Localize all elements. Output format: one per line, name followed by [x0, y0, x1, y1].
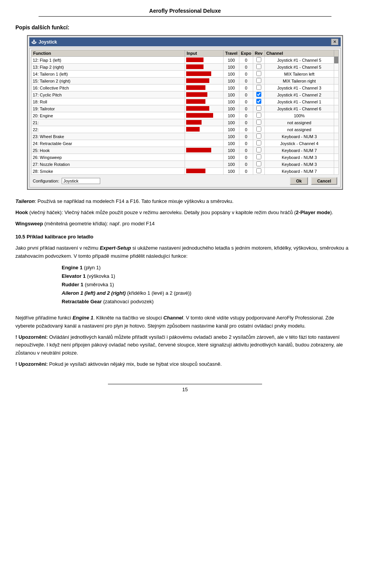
channel-cell[interactable]: MIX Taileron left — [265, 71, 334, 78]
rev-cell[interactable] — [253, 71, 265, 78]
rev-cell[interactable] — [253, 161, 265, 168]
dialog-close-button[interactable]: ✕ — [331, 39, 338, 45]
rev-cell[interactable] — [253, 133, 265, 140]
rev-checkbox[interactable] — [256, 106, 261, 111]
scrollbar-cell — [334, 154, 339, 161]
expo-cell: 0 — [239, 98, 253, 105]
table-row: 13: Flap 2 (right)1000Joystick #1 - Chan… — [32, 64, 339, 71]
input-bar-cell — [185, 98, 224, 105]
rev-cell[interactable] — [253, 98, 265, 105]
rev-checkbox[interactable] — [256, 85, 261, 90]
channel-cell[interactable]: 100% — [265, 112, 334, 119]
rev-checkbox[interactable] — [256, 168, 261, 173]
function-cell: 26: Wingsweep — [32, 154, 185, 161]
rev-cell[interactable] — [253, 57, 265, 64]
config-input[interactable] — [62, 178, 100, 184]
config-label: Configuration: — [33, 179, 59, 183]
channel-cell[interactable]: Joystick #1 - Channel 5 — [265, 64, 334, 71]
rev-cell[interactable] — [253, 154, 265, 161]
rev-checkbox[interactable] — [256, 71, 261, 76]
travel-cell: 100 — [224, 71, 239, 78]
rev-cell[interactable] — [253, 91, 265, 98]
channel-cell[interactable]: Joystick #1 - Channel 2 — [265, 91, 334, 98]
function-list: Engine 1 (plyn 1) Elevator 1 (výškovka 1… — [62, 264, 355, 306]
scrollbar-cell — [334, 161, 339, 168]
input-bar — [186, 148, 211, 152]
rev-cell[interactable] — [253, 64, 265, 71]
rev-cell[interactable] — [253, 126, 265, 133]
channel-cell[interactable]: Joystick #1 - Channel 6 — [265, 105, 334, 112]
function-cell: 20: Engine — [32, 112, 185, 119]
input-bar-cell — [185, 57, 224, 64]
function-cell: 16: Collective Pitch — [32, 84, 185, 91]
list-item-gear: Retractable Gear (zatahovací podvozek) — [62, 297, 355, 306]
para-warning1: ! Upozornění: Ovládání jednotlivých kaná… — [15, 333, 355, 357]
table-row: 19: Tailrotor1000Joystick #1 - Channel 6 — [32, 105, 339, 112]
rev-checkbox[interactable] — [256, 147, 261, 152]
rev-cell[interactable] — [253, 112, 265, 119]
rev-checkbox[interactable] — [256, 133, 261, 139]
scrollbar-cell — [334, 98, 339, 105]
function-cell: 21: — [32, 119, 185, 126]
rev-cell[interactable] — [253, 105, 265, 112]
dialog-body: Function Input Travel Expo Rev Channel 1… — [29, 48, 341, 188]
cancel-button[interactable]: Cancel — [311, 177, 337, 185]
rev-checkbox[interactable] — [256, 57, 261, 62]
table-row: 28: Smoke1000Keyboard - NUM 7 — [32, 168, 339, 175]
travel-cell: 100 — [224, 112, 239, 119]
channel-cell[interactable]: Joystick #1 - Channel 3 — [265, 84, 334, 91]
channel-cell[interactable]: not assigned — [265, 126, 334, 133]
rev-checkbox[interactable] — [256, 64, 261, 69]
rev-cell[interactable] — [253, 147, 265, 154]
channel-cell[interactable]: Joystick - Channel 4 — [265, 140, 334, 147]
channel-cell[interactable]: MIX Taileron right — [265, 78, 334, 84]
channel-cell[interactable]: Keyboard - NUM 3 — [265, 133, 334, 140]
rev-cell[interactable] — [253, 84, 265, 91]
rev-checkbox[interactable] — [256, 92, 261, 97]
input-bar-cell — [185, 126, 224, 133]
rev-checkbox[interactable] — [256, 99, 261, 104]
channel-cell[interactable]: Joystick #1 - Channel 1 — [265, 98, 334, 105]
channel-cell[interactable]: Keyboard - NUM 3 — [265, 161, 334, 168]
col-rev: Rev — [253, 50, 265, 57]
channel-cell[interactable]: Keyboard - NUM 3 — [265, 154, 334, 161]
travel-cell: 100 — [224, 64, 239, 71]
rev-cell[interactable] — [253, 119, 265, 126]
rev-checkbox[interactable] — [256, 78, 261, 83]
scrollbar-cell — [334, 140, 339, 147]
channel-cell[interactable]: not assigned — [265, 119, 334, 126]
input-bar — [186, 78, 209, 83]
rev-checkbox[interactable] — [256, 161, 261, 166]
function-cell: 27: Nozzle Rotation — [32, 161, 185, 168]
channel-cell[interactable]: Keyboard - NUM 7 — [265, 147, 334, 154]
para-hook: Hook (vlečný háček): Vlečný háček může p… — [15, 209, 355, 217]
rev-checkbox[interactable] — [256, 140, 261, 145]
travel-cell: 100 — [224, 98, 239, 105]
col-expo: Expo — [239, 50, 253, 57]
rev-checkbox[interactable] — [256, 120, 261, 125]
scrollbar-cell — [334, 78, 339, 84]
rev-cell[interactable] — [253, 168, 265, 175]
input-bar — [186, 113, 213, 118]
channel-cell[interactable]: Keyboard - NUM 7 — [265, 168, 334, 175]
table-row: 15: Taileron 2 (right)1000MIX Taileron r… — [32, 78, 339, 84]
rev-checkbox[interactable] — [256, 127, 261, 132]
ok-button[interactable]: Ok — [290, 177, 308, 185]
scrollbar-cell — [334, 91, 339, 98]
input-bar-cell — [185, 147, 224, 154]
input-bar-cell — [185, 105, 224, 112]
input-bar-cell — [185, 161, 224, 168]
channel-cell[interactable]: Joystick #1 - Channel 5 — [265, 57, 334, 64]
input-bar-cell — [185, 71, 224, 78]
rev-cell[interactable] — [253, 78, 265, 84]
travel-cell: 100 — [224, 154, 239, 161]
rev-checkbox[interactable] — [256, 113, 261, 118]
table-row: 24: Retractable Gear1000Joystick - Chann… — [32, 140, 339, 147]
function-cell: 15: Taileron 2 (right) — [32, 78, 185, 84]
table-row: 18: Roll1000Joystick #1 - Channel 1 — [32, 98, 339, 105]
table-row: 27: Nozzle Rotation1000Keyboard - NUM 3 — [32, 161, 339, 168]
expo-cell: 0 — [239, 154, 253, 161]
travel-cell: 100 — [224, 105, 239, 112]
rev-checkbox[interactable] — [256, 154, 261, 159]
rev-cell[interactable] — [253, 140, 265, 147]
